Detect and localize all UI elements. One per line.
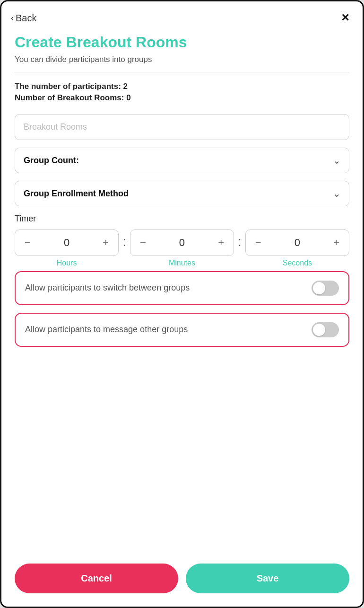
chevron-left-icon: ‹ — [11, 13, 14, 23]
close-button[interactable]: ✕ — [341, 12, 349, 24]
switch-groups-section: Allow participants to switch between gro… — [15, 271, 349, 305]
colon-1: : — [122, 234, 126, 249]
message-groups-label: Allow participants to message other grou… — [25, 324, 304, 335]
hours-decrement-button[interactable]: − — [23, 237, 33, 249]
breakout-rooms-input[interactable] — [15, 114, 349, 140]
switch-groups-toggle[interactable] — [312, 281, 339, 296]
message-groups-slider — [312, 322, 339, 337]
info-section: The number of participants: 2 Number of … — [15, 82, 349, 105]
message-groups-section: Allow participants to message other grou… — [15, 313, 349, 347]
seconds-decrement-button[interactable]: − — [253, 237, 263, 249]
minutes-label: Minutes — [169, 259, 195, 267]
seconds-value: 0 — [295, 237, 300, 249]
content-area: Create Breakout Rooms You can divide par… — [1, 30, 363, 556]
group-enrollment-wrapper: Group Enrollment Method ⌄ — [15, 181, 349, 206]
timer-label: Timer — [15, 214, 349, 224]
colon-2: : — [238, 234, 242, 249]
participants-info: The number of participants: 2 — [15, 82, 349, 91]
page-subtitle: You can divide participants into groups — [15, 55, 349, 64]
header-bar: ‹ Back ✕ — [1, 1, 363, 30]
hours-value: 0 — [64, 237, 69, 249]
minutes-box: − 0 + — [130, 229, 234, 256]
footer-buttons: Cancel Save — [1, 556, 363, 607]
group-count-select[interactable]: Group Count: — [15, 148, 349, 173]
minutes-decrement-button[interactable]: − — [138, 237, 148, 249]
minutes-increment-button[interactable]: + — [216, 237, 226, 249]
hours-unit: − 0 + Hours — [15, 229, 119, 267]
hours-increment-button[interactable]: + — [101, 237, 111, 249]
rooms-info: Number of Breakout Rooms: 0 — [15, 93, 349, 103]
switch-groups-slider — [312, 281, 339, 296]
minutes-unit: − 0 + Minutes — [130, 229, 234, 267]
page-title: Create Breakout Rooms — [15, 34, 349, 51]
back-button[interactable]: ‹ Back — [11, 13, 36, 24]
cancel-button[interactable]: Cancel — [15, 564, 178, 593]
seconds-box: − 0 + — [245, 229, 349, 256]
group-count-wrapper: Group Count: ⌄ — [15, 148, 349, 173]
timer-row: − 0 + Hours : − 0 + Minutes : — [15, 229, 349, 267]
modal: ‹ Back ✕ Create Breakout Rooms You can d… — [0, 0, 364, 608]
back-label: Back — [16, 13, 36, 24]
minutes-value: 0 — [179, 237, 185, 249]
divider — [15, 72, 349, 72]
seconds-increment-button[interactable]: + — [331, 237, 341, 249]
hours-label: Hours — [57, 259, 77, 267]
close-icon: ✕ — [341, 12, 349, 24]
save-button[interactable]: Save — [186, 564, 349, 593]
group-enrollment-select[interactable]: Group Enrollment Method — [15, 181, 349, 206]
seconds-unit: − 0 + Seconds — [245, 229, 349, 267]
hours-box: − 0 + — [15, 229, 119, 256]
switch-groups-label: Allow participants to switch between gro… — [25, 282, 304, 294]
seconds-label: Seconds — [283, 259, 312, 267]
message-groups-toggle[interactable] — [312, 322, 339, 337]
